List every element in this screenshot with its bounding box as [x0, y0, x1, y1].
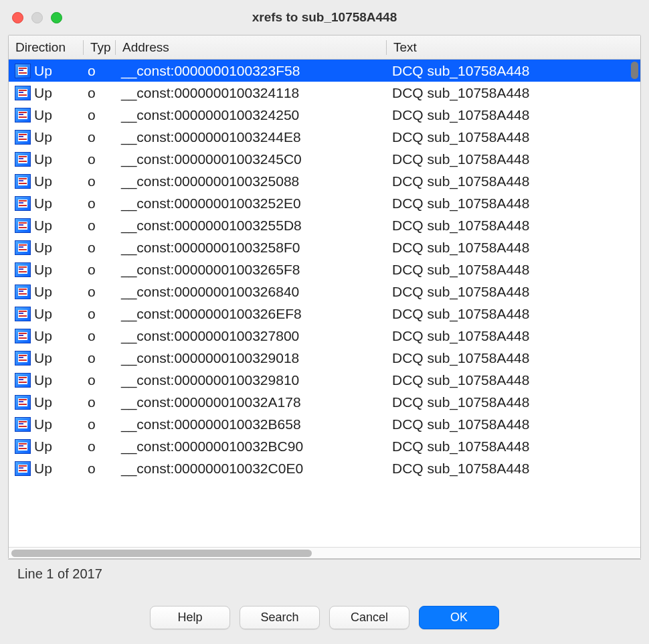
table-row[interactable]: Upo__const:00000001003252E0DCQ sub_10758… — [9, 192, 640, 214]
traffic-lights — [12, 12, 62, 23]
col-type[interactable]: Typ — [84, 40, 116, 55]
table-row[interactable]: Upo__const:0000000100329810DCQ sub_10758… — [9, 369, 640, 391]
cell-direction: Up — [33, 284, 84, 300]
cell-type: o — [84, 372, 116, 388]
cell-text: DCQ sub_10758A448 — [387, 107, 640, 123]
cell-address: __const:000000010032C0E0 — [116, 461, 387, 477]
table-row[interactable]: Upo__const:00000001003255D8DCQ sub_10758… — [9, 214, 640, 236]
table-row[interactable]: Upo__const:00000001003244E8DCQ sub_10758… — [9, 126, 640, 148]
table-row[interactable]: Upo__const:000000010032C0E0DCQ sub_10758… — [9, 457, 640, 479]
xrefs-window: xrefs to sub_10758A448 Direction Typ Add… — [0, 0, 649, 644]
table-row[interactable]: Upo__const:000000010032A178DCQ sub_10758… — [9, 391, 640, 413]
table-row[interactable]: Upo__const:0000000100325088DCQ sub_10758… — [9, 170, 640, 192]
content: Direction Typ Address Text Upo__const:00… — [8, 35, 641, 559]
cell-address: __const:0000000100327800 — [116, 328, 387, 344]
table-row[interactable]: Upo__const:00000001003265F8DCQ sub_10758… — [9, 258, 640, 280]
cell-address: __const:0000000100324118 — [116, 85, 387, 101]
xref-icon — [9, 152, 33, 167]
cell-text: DCQ sub_10758A448 — [387, 350, 640, 366]
cell-direction: Up — [33, 394, 84, 410]
cell-type: o — [84, 129, 116, 145]
cell-direction: Up — [33, 372, 84, 388]
xref-icon — [9, 285, 33, 299]
cell-address: __const:0000000100329810 — [116, 372, 387, 388]
cell-direction: Up — [33, 262, 84, 278]
cell-text: DCQ sub_10758A448 — [387, 63, 640, 79]
minimize-icon[interactable] — [31, 12, 43, 23]
cell-text: DCQ sub_10758A448 — [387, 394, 640, 410]
cell-direction: Up — [33, 416, 84, 432]
cell-text: DCQ sub_10758A448 — [387, 262, 640, 278]
cell-type: o — [84, 173, 116, 189]
table-row[interactable]: Upo__const:0000000100326EF8DCQ sub_10758… — [9, 303, 640, 325]
cell-type: o — [84, 461, 116, 477]
cell-text: DCQ sub_10758A448 — [387, 416, 640, 432]
horizontal-scrollbar[interactable] — [9, 547, 640, 558]
xref-icon — [9, 395, 33, 410]
cell-address: __const:00000001003244E8 — [116, 129, 387, 145]
xref-icon — [9, 417, 33, 432]
col-address[interactable]: Address — [116, 40, 387, 55]
cell-direction: Up — [33, 151, 84, 167]
cell-address: __const:0000000100326EF8 — [116, 306, 387, 322]
help-button[interactable]: Help — [150, 606, 230, 629]
table-row[interactable]: Upo__const:0000000100329018DCQ sub_10758… — [9, 347, 640, 369]
table-row[interactable]: Upo__const:000000010032B658DCQ sub_10758… — [9, 413, 640, 435]
cell-address: __const:00000001003258F0 — [116, 240, 387, 256]
table-body: Upo__const:0000000100323F58DCQ sub_10758… — [9, 60, 640, 547]
xref-icon — [9, 439, 33, 454]
xref-icon — [9, 130, 33, 145]
ok-button[interactable]: OK — [419, 606, 499, 629]
window-title: xrefs to sub_10758A448 — [0, 10, 649, 25]
cell-address: __const:000000010032A178 — [116, 394, 387, 410]
cell-type: o — [84, 63, 116, 79]
horizontal-scrollbar-thumb[interactable] — [11, 550, 312, 557]
cell-text: DCQ sub_10758A448 — [387, 306, 640, 322]
table-header: Direction Typ Address Text — [9, 35, 640, 60]
cell-direction: Up — [33, 438, 84, 455]
cell-type: o — [84, 85, 116, 101]
cell-text: DCQ sub_10758A448 — [387, 240, 640, 256]
xref-icon — [9, 351, 33, 366]
status-line: Line 1 of 2017 — [8, 559, 641, 594]
cell-text: DCQ sub_10758A448 — [387, 328, 640, 344]
cancel-button[interactable]: Cancel — [329, 606, 409, 629]
table-row[interactable]: Upo__const:0000000100324250DCQ sub_10758… — [9, 104, 640, 126]
cell-type: o — [84, 218, 116, 234]
table-row[interactable]: Upo__const:0000000100323F58DCQ sub_10758… — [9, 60, 640, 82]
cell-text: DCQ sub_10758A448 — [387, 85, 640, 101]
table-row[interactable]: Upo__const:000000010032BC90DCQ sub_10758… — [9, 435, 640, 457]
table-row[interactable]: Upo__const:0000000100324118DCQ sub_10758… — [9, 82, 640, 104]
table-row[interactable]: Upo__const:0000000100326840DCQ sub_10758… — [9, 280, 640, 303]
cell-direction: Up — [33, 129, 84, 145]
table-row[interactable]: Upo__const:00000001003258F0DCQ sub_10758… — [9, 236, 640, 258]
xref-icon — [9, 307, 33, 321]
xref-icon — [9, 262, 33, 277]
close-icon[interactable] — [12, 12, 23, 23]
cell-type: o — [84, 262, 116, 278]
vertical-scrollbar[interactable] — [631, 62, 638, 79]
col-direction[interactable]: Direction — [9, 40, 84, 55]
col-text[interactable]: Text — [387, 40, 640, 55]
xref-icon — [9, 64, 33, 78]
cell-address: __const:0000000100325088 — [116, 173, 387, 189]
cell-type: o — [84, 350, 116, 366]
table-row[interactable]: Upo__const:0000000100327800DCQ sub_10758… — [9, 325, 640, 347]
cell-direction: Up — [33, 195, 84, 212]
cell-address: __const:0000000100323F58 — [116, 63, 387, 79]
cell-direction: Up — [33, 328, 84, 344]
cell-direction: Up — [33, 240, 84, 256]
xref-icon — [9, 86, 33, 100]
button-bar: Help Search Cancel OK — [0, 594, 649, 644]
xref-icon — [9, 218, 33, 233]
cell-address: __const:0000000100324250 — [116, 107, 387, 123]
search-button[interactable]: Search — [240, 606, 320, 629]
cell-text: DCQ sub_10758A448 — [387, 151, 640, 167]
cell-address: __const:00000001003252E0 — [116, 195, 387, 212]
cell-text: DCQ sub_10758A448 — [387, 195, 640, 212]
cell-type: o — [84, 416, 116, 432]
table-row[interactable]: Upo__const:00000001003245C0DCQ sub_10758… — [9, 148, 640, 170]
maximize-icon[interactable] — [51, 12, 62, 23]
cell-address: __const:000000010032B658 — [116, 416, 387, 432]
xref-icon — [9, 373, 33, 388]
